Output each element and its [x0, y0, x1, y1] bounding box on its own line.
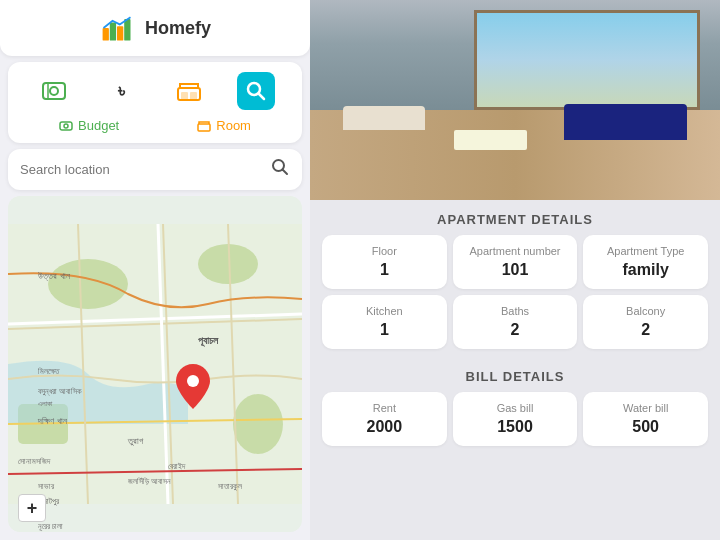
svg-text:জলসিঁড়ি আবাসন: জলসিঁড়ি আবাসন [128, 477, 171, 486]
filter-icons-row: ৳ [20, 72, 290, 110]
gas-label: Gas bill [461, 402, 570, 414]
svg-point-14 [64, 124, 68, 128]
zoom-in-button[interactable]: + [18, 494, 46, 522]
filter-labels-row: Budget Room [20, 118, 290, 133]
svg-text:সোনামসজিদ: সোনামসজিদ [18, 457, 51, 466]
svg-rect-3 [117, 26, 123, 40]
app-title: Homefy [145, 18, 211, 39]
search-input[interactable] [20, 162, 270, 177]
rent-label: Rent [330, 402, 439, 414]
svg-line-12 [259, 94, 265, 100]
apt-number-label: Apartment number [461, 245, 570, 257]
svg-text:এলাকা: এলাকা [38, 400, 53, 407]
kitchen-card: Kitchen 1 [322, 295, 447, 349]
apt-type-card: Apartment Type family [583, 235, 708, 289]
room-filter-label[interactable]: Room [197, 118, 251, 133]
baths-label: Baths [461, 305, 570, 317]
balcony-card: Balcony 2 [583, 295, 708, 349]
room-icon-btn[interactable] [170, 72, 208, 110]
svg-rect-5 [43, 83, 65, 99]
gas-value: 1500 [461, 418, 570, 436]
floor-value: 1 [330, 261, 439, 279]
rent-card: Rent 2000 [322, 392, 447, 446]
svg-text:সাতারকুল: সাতারকুল [218, 482, 243, 491]
room-table [454, 130, 528, 150]
svg-text:তুরাগ: তুরাগ [127, 436, 144, 446]
gas-card: Gas bill 1500 [453, 392, 578, 446]
svg-text:পূবাচল: পূবাচল [198, 335, 219, 347]
app-logo-icon [99, 10, 135, 46]
svg-text:দক্ষিণ খান: দক্ষিণ খান [37, 416, 67, 426]
svg-rect-9 [181, 92, 188, 100]
svg-rect-2 [110, 23, 116, 41]
room-label-text: Room [216, 118, 251, 133]
svg-text:মিলক্ষেত: মিলক্ষেত [38, 367, 60, 376]
room-sofa-light [343, 106, 425, 130]
floor-card: Floor 1 [322, 235, 447, 289]
svg-text:উত্তর খান: উত্তর খান [38, 271, 70, 281]
kitchen-label: Kitchen [330, 305, 439, 317]
svg-line-17 [283, 170, 288, 175]
apt-number-value: 101 [461, 261, 570, 279]
right-panel: APARTMENT DETAILS Floor 1 Apartment numb… [310, 0, 720, 540]
balcony-label: Balcony [591, 305, 700, 317]
svg-point-6 [50, 87, 58, 95]
room-sofa-dark [564, 104, 687, 140]
svg-point-46 [187, 375, 199, 387]
water-card: Water bill 500 [583, 392, 708, 446]
currency-icon-btn[interactable]: ৳ [102, 72, 140, 110]
rent-value: 2000 [330, 418, 439, 436]
svg-point-19 [48, 259, 128, 309]
search-icon[interactable] [270, 157, 290, 182]
apt-type-value: family [591, 261, 700, 279]
svg-rect-15 [198, 124, 210, 131]
app-header: Homefy [0, 0, 310, 56]
apartment-details-title: APARTMENT DETAILS [310, 200, 720, 235]
svg-rect-1 [103, 28, 109, 41]
filter-bar: ৳ Budget Room [8, 62, 302, 143]
floor-label: Floor [330, 245, 439, 257]
budget-icon-btn[interactable] [35, 72, 73, 110]
svg-rect-4 [124, 19, 130, 41]
search-filter-icon-btn[interactable] [237, 72, 275, 110]
svg-text:নূরের চালা: নূরের চালা [38, 522, 63, 532]
budget-filter-label[interactable]: Budget [59, 118, 119, 133]
map-container[interactable]: উত্তর খান দক্ষিণ খান পূবাচল তুরাগ সাভার … [8, 196, 302, 532]
budget-label-text: Budget [78, 118, 119, 133]
room-window [474, 10, 700, 110]
svg-text:সাভার: সাভার [38, 482, 55, 491]
kitchen-value: 1 [330, 321, 439, 339]
left-panel: Homefy ৳ Budget [0, 0, 310, 540]
balcony-value: 2 [591, 321, 700, 339]
map-svg: উত্তর খান দক্ষিণ খান পূবাচল তুরাগ সাভার … [8, 196, 302, 532]
svg-rect-13 [60, 122, 72, 130]
svg-point-21 [233, 394, 283, 454]
bill-grid: Rent 2000 Gas bill 1500 Water bill 500 [310, 392, 720, 458]
apartment-details-grid: Floor 1 Apartment number 101 Apartment T… [310, 235, 720, 357]
baths-value: 2 [461, 321, 570, 339]
water-value: 500 [591, 418, 700, 436]
water-label: Water bill [591, 402, 700, 414]
apartment-image [310, 0, 720, 200]
svg-text:বেরাইদ: বেরাইদ [168, 462, 186, 471]
apt-number-card: Apartment number 101 [453, 235, 578, 289]
search-bar [8, 149, 302, 190]
svg-rect-10 [190, 92, 197, 100]
baths-card: Baths 2 [453, 295, 578, 349]
bill-details-title: BILL DETAILS [310, 357, 720, 392]
svg-text:বসুন্ধরা আবাসিক: বসুন্ধরা আবাসিক [38, 387, 82, 396]
apt-type-label: Apartment Type [591, 245, 700, 257]
apartment-image-inner [310, 0, 720, 200]
currency-symbol: ৳ [118, 81, 125, 102]
